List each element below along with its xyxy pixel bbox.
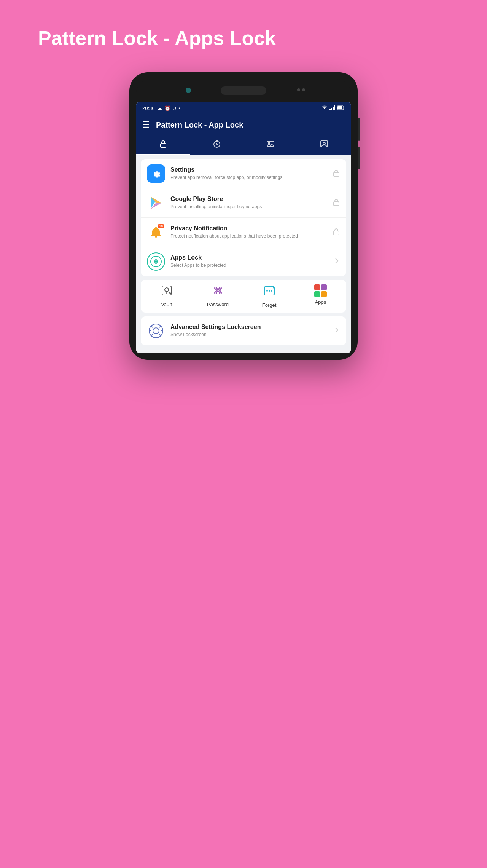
settings-icon [147, 164, 165, 183]
svg-point-37 [266, 290, 268, 292]
notification-badge: 10 [158, 224, 164, 228]
playstore-icon [147, 194, 165, 212]
tab-lock[interactable] [136, 135, 190, 155]
page-title: Pattern Lock - Apps Lock [0, 27, 487, 49]
phone-frame: 20:36 ☁ ⏰ U • [129, 72, 358, 360]
svg-point-12 [323, 142, 325, 145]
svg-rect-0 [329, 109, 331, 110]
menu-icon[interactable]: ☰ [142, 120, 150, 130]
apps-list-card: Settings Prevent app removal, force stop… [141, 159, 346, 276]
password-label: Password [207, 302, 229, 307]
privacy-notification-lock-icon [333, 228, 340, 237]
svg-rect-21 [334, 231, 339, 235]
bottom-nav: Vault [141, 280, 346, 313]
apps-lock-chevron-icon [333, 257, 340, 266]
settings-list-item[interactable]: Settings Prevent app removal, force stop… [141, 159, 346, 188]
main-content: Settings Prevent app removal, force stop… [136, 155, 351, 353]
svg-rect-3 [334, 105, 335, 110]
settings-text: Settings Prevent app removal, force stop… [170, 166, 333, 181]
password-nav-item[interactable]: Password [192, 284, 244, 308]
privacy-notification-subtitle: Protect notification about applications … [170, 233, 333, 239]
advanced-settings-text: Advanced Settings Lockscreen Show Locksc… [170, 324, 333, 338]
apps-nav-item[interactable]: Apps [295, 284, 346, 308]
volume-up-button [358, 118, 360, 141]
svg-text:?: ? [272, 286, 274, 290]
svg-line-50 [151, 334, 153, 336]
tab-profile-icon [320, 140, 328, 150]
svg-line-47 [151, 326, 153, 327]
app-square-orange [321, 291, 327, 297]
vault-label: Vault [161, 302, 172, 307]
status-bar-left: 20:36 ☁ ⏰ U • [142, 105, 180, 111]
svg-rect-1 [331, 108, 332, 110]
apps-lock-title: Apps Lock [170, 254, 333, 261]
apps-grid-icon [314, 284, 327, 297]
advanced-settings-subtitle: Show Lockscreen [170, 332, 333, 338]
svg-rect-6 [344, 107, 344, 108]
settings-lock-icon [333, 169, 340, 179]
svg-point-38 [269, 290, 270, 292]
tab-timer-icon [213, 140, 221, 150]
carrier-u: U [173, 105, 176, 111]
app-square-green [314, 291, 320, 297]
svg-point-42 [153, 328, 159, 334]
tab-image[interactable] [244, 135, 297, 155]
advanced-settings-chevron [333, 327, 340, 335]
svg-point-26 [170, 292, 171, 294]
privacy-notification-list-item[interactable]: 10 Privacy Notification Protect notifica… [141, 218, 346, 247]
cloud-icon: ☁ [157, 105, 162, 111]
battery-icon [337, 105, 345, 111]
svg-line-48 [159, 334, 161, 336]
playstore-list-item[interactable]: Google Play Store Prevent installing, un… [141, 188, 346, 218]
svg-line-49 [159, 326, 161, 327]
privacy-notification-title: Privacy Notification [170, 225, 333, 232]
advanced-settings-card: Advanced Settings Lockscreen Show Locksc… [141, 316, 346, 345]
svg-rect-7 [161, 144, 166, 147]
svg-rect-2 [333, 107, 334, 110]
status-bar: 20:36 ☁ ⏰ U • [136, 102, 351, 115]
apps-grid-squares [314, 284, 327, 297]
playstore-title: Google Play Store [170, 196, 333, 203]
forget-icon: ? [263, 284, 276, 300]
status-dot: • [178, 105, 180, 111]
notification-icon: 10 [147, 223, 165, 241]
app-bar: ☰ Pattern Lock - App Lock [136, 115, 351, 135]
playstore-subtitle: Prevent installing, uninstalling or buyi… [170, 204, 333, 210]
vault-nav-item[interactable]: Vault [141, 284, 192, 308]
settings-title: Settings [170, 166, 333, 173]
camera-dot [186, 88, 191, 93]
forget-label: Forget [262, 302, 277, 308]
tab-bar [136, 135, 351, 155]
alarm-icon: ⏰ [164, 105, 170, 111]
playstore-text: Google Play Store Prevent installing, un… [170, 196, 333, 210]
apps-lock-list-item[interactable]: Apps Lock Select Apps to be protected [141, 247, 346, 276]
svg-point-25 [165, 288, 169, 292]
tab-timer[interactable] [190, 135, 244, 155]
status-time: 20:36 [142, 105, 155, 111]
phone-sensors [297, 88, 305, 91]
wifi-icon [321, 105, 328, 112]
svg-point-39 [271, 290, 272, 292]
status-bar-right [321, 105, 345, 112]
settings-subtitle: Prevent app removal, force stop app, or … [170, 174, 333, 181]
vault-icon [161, 284, 173, 299]
apps-lock-subtitle: Select Apps to be protected [170, 262, 333, 269]
app-square-purple [321, 284, 327, 290]
advanced-settings-icon [147, 322, 165, 340]
apps-label: Apps [315, 299, 326, 305]
password-icon [212, 284, 224, 299]
sensor-dot-2 [302, 88, 305, 91]
svg-rect-13 [334, 172, 339, 176]
apps-lock-text: Apps Lock Select Apps to be protected [170, 254, 333, 269]
signal-icon [329, 105, 336, 112]
volume-down-button [358, 147, 360, 169]
tab-profile[interactable] [297, 135, 351, 155]
advanced-settings-item[interactable]: Advanced Settings Lockscreen Show Locksc… [141, 316, 346, 345]
forget-nav-item[interactable]: ? Forget [244, 284, 295, 308]
svg-rect-5 [337, 106, 342, 109]
sensor-dot-1 [297, 88, 300, 91]
svg-rect-20 [334, 202, 339, 206]
advanced-settings-title: Advanced Settings Lockscreen [170, 324, 333, 330]
bell-container: 10 [147, 223, 165, 241]
apps-lock-icon [147, 252, 165, 271]
